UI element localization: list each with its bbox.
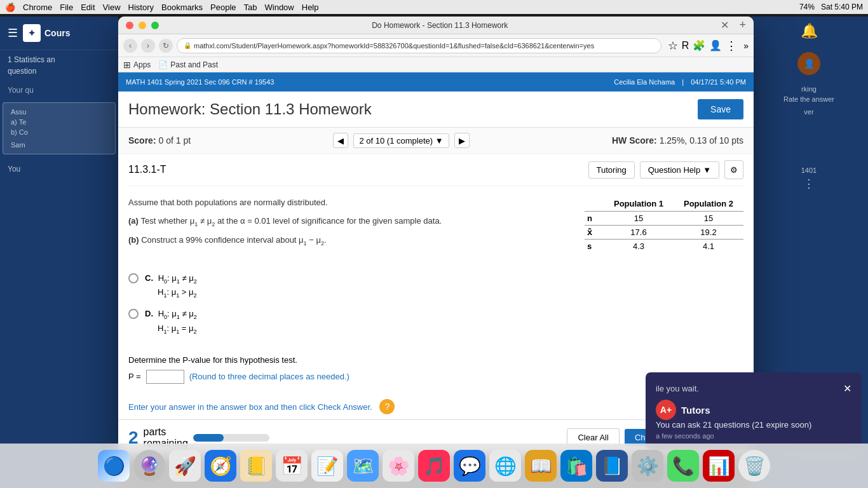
dock-messages[interactable]: 💬 (454, 450, 485, 482)
apps-label[interactable]: Apps (133, 60, 151, 69)
edit-menu[interactable]: Edit (81, 3, 95, 12)
date-time: 04/17/21 5:40 PM (691, 78, 746, 86)
history-menu[interactable]: History (128, 3, 154, 12)
help-circle-icon[interactable]: ? (379, 399, 395, 414)
dock-finder[interactable]: 🔵 (98, 450, 130, 482)
expand-icon[interactable]: » (743, 41, 749, 51)
progress-fill (193, 434, 224, 442)
option-c: C. H0: μ1 ≠ μ2 H1: μ1 > μ2 (128, 268, 743, 304)
close-button[interactable] (126, 22, 133, 29)
dock-calendar[interactable]: 📅 (276, 450, 308, 482)
apps-bookmark[interactable]: ⊞ Apps (123, 60, 151, 70)
close-popup-button[interactable]: ✕ (843, 383, 851, 395)
user-avatar[interactable]: 👤 (797, 52, 820, 75)
past-and-past-bookmark[interactable]: 📄 Past and Past (158, 60, 218, 69)
dock-books[interactable]: 📖 (525, 450, 557, 482)
dock-notepads[interactable]: 📒 (240, 450, 272, 482)
col-header-empty (585, 196, 604, 212)
settings-button[interactable]: ⚙ (724, 160, 743, 179)
window-menu[interactable]: Window (265, 3, 294, 12)
tutor-popup-sub: a few seconds ago (656, 432, 851, 440)
dock-safari[interactable]: 🧭 (205, 450, 236, 482)
parts-label: parts (144, 426, 188, 438)
profile-icon[interactable]: 👤 (709, 39, 722, 51)
url-bar[interactable]: 🔒 mathxl.com/Student/PlayerHomework.aspx… (177, 38, 661, 53)
next-question-button[interactable]: ▶ (454, 133, 470, 148)
help-menu[interactable]: Help (302, 3, 319, 12)
reload-button[interactable]: ↻ (159, 39, 173, 53)
more-options-icon[interactable]: ⋮ (803, 177, 815, 191)
dock-facetime[interactable]: 📞 (667, 450, 699, 482)
r-extension-icon[interactable]: R (682, 40, 689, 51)
user-name: Cecilia Ela Nchama (614, 78, 675, 86)
star-icon[interactable]: ☆ (668, 39, 678, 53)
notification-bell[interactable]: 🔔 (801, 23, 818, 39)
dock-chrome[interactable]: 🌐 (489, 450, 521, 482)
dock-powerpoint[interactable]: 📊 (703, 450, 735, 482)
a-te-label: a) Te (11, 118, 107, 126)
minimize-button[interactable] (139, 22, 146, 29)
chrome-menu[interactable]: Chrome (23, 3, 52, 12)
table-row-n: n 15 15 (585, 212, 743, 226)
save-button[interactable]: Save (698, 99, 743, 119)
close-tab-icon[interactable]: ✕ (721, 19, 729, 31)
bookmarks-menu[interactable]: Bookmarks (161, 3, 203, 12)
score-bar: Score: 0 of 1 pt ◀ 2 of 10 (1 complete) … (118, 128, 754, 154)
col-header-pop2: Population 2 (674, 196, 743, 212)
wait-text: ile you wait. (656, 384, 699, 393)
maximize-button[interactable] (151, 22, 159, 29)
question-help-label: Question Help (648, 165, 700, 175)
settings-icon: ⚙ (730, 165, 738, 175)
pvalue-input-field[interactable] (146, 370, 184, 384)
stats-sublabel: question (8, 67, 111, 76)
dock-appstore[interactable]: 🛍️ (560, 450, 592, 482)
question-dropdown[interactable]: 2 of 10 (1 complete) ▼ (353, 133, 449, 148)
forward-button[interactable]: › (141, 39, 155, 53)
population-table: Population 1 Population 2 n 15 15 (585, 196, 743, 253)
assu-label: Assu (11, 108, 107, 116)
part-a-content: Test whether μ1 ≠ μ2 at the α = 0.01 lev… (141, 216, 442, 226)
browser-menu-icon[interactable]: ⋮ (726, 39, 737, 53)
puzzle-icon[interactable]: 🧩 (693, 39, 705, 51)
menu-icon[interactable]: ☰ (8, 26, 18, 40)
row-label-xbar: x̄ (585, 226, 604, 240)
working-label: rking (796, 85, 822, 93)
radio-d[interactable] (128, 309, 139, 319)
new-tab-icon[interactable]: + (739, 18, 746, 32)
dock-photos[interactable]: 🌸 (383, 450, 414, 482)
dock-music[interactable]: 🎵 (418, 450, 450, 482)
separator: | (682, 78, 684, 86)
tutor-popup-body: You can ask 21 questions (21 expire soon… (656, 420, 851, 430)
apple-menu[interactable]: 🍎 (5, 3, 15, 12)
question-id-bar: 11.3.1-T Tutoring Question Help ▼ ⚙ (128, 154, 743, 186)
coursera-sidebar: ☰ ✦ Cours 1 Statistics an question Your … (0, 17, 118, 488)
radio-c[interactable] (128, 273, 139, 283)
dock-launchpad[interactable]: 🚀 (169, 450, 201, 482)
browser-toolbar: ‹ › ↻ 🔒 mathxl.com/Student/PlayerHomewor… (118, 34, 754, 57)
dock-notes[interactable]: 📝 (311, 450, 343, 482)
dock-trash[interactable]: 🗑️ (738, 450, 770, 482)
browser-titlebar: Do Homework - Section 11.3 Homework ✕ + (118, 17, 754, 34)
part-b-label: (b) (128, 235, 141, 245)
b-co-label: b) Co (11, 128, 107, 136)
dock: 🔵 🔮 🚀 🧭 📒 📅 📝 🗺️ 🌸 🎵 💬 🌐 📖 🛍️ 📘 ⚙️ 📞 📊 🗑… (0, 444, 868, 488)
course-info-text: MATH 1401 Spring 2021 Sec 096 CRN # 1954… (126, 78, 274, 86)
people-menu[interactable]: People (210, 3, 236, 12)
dock-word[interactable]: 📘 (596, 450, 628, 482)
tutor-popup: ile you wait. ✕ A+ Tutors You can ask 21… (646, 372, 862, 450)
row-xbar-pop1: 17.6 (604, 226, 674, 240)
past-and-past-label[interactable]: Past and Past (170, 60, 218, 69)
row-label-n: n (585, 212, 604, 226)
rate-answer-label: Rate the answer (778, 93, 839, 105)
dock-maps[interactable]: 🗺️ (347, 450, 379, 482)
file-menu[interactable]: File (60, 3, 73, 12)
option-d-h0: H0: μ1 ≠ μ2 (158, 309, 197, 318)
view-menu[interactable]: View (103, 3, 121, 12)
dock-system-prefs[interactable]: ⚙️ (632, 450, 663, 482)
prev-question-button[interactable]: ◀ (333, 133, 348, 148)
tutoring-button[interactable]: Tutoring (588, 161, 635, 179)
tab-menu[interactable]: Tab (244, 3, 257, 12)
dock-siri[interactable]: 🔮 (133, 450, 165, 482)
back-button[interactable]: ‹ (123, 39, 137, 53)
question-help-button[interactable]: Question Help ▼ (640, 161, 719, 179)
